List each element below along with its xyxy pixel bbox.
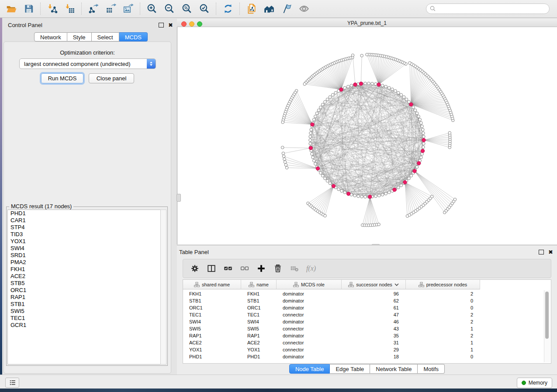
graph-node[interactable]: [314, 162, 317, 165]
mcds-result-item[interactable]: STB1: [8, 301, 161, 308]
zoom-in-button[interactable]: [143, 1, 161, 16]
table-cell[interactable]: PHD1: [183, 353, 241, 360]
table-cell[interactable]: YOX1: [183, 346, 241, 353]
mcds-hub-node[interactable]: [311, 123, 314, 126]
table-row[interactable]: FKH1FKH1dominator962: [183, 290, 480, 297]
mcds-result-item[interactable]: TEC1: [8, 315, 161, 322]
network-file-button[interactable]: [243, 1, 260, 16]
table-row[interactable]: TEC1TEC1connector472: [183, 311, 480, 318]
graph-node[interactable]: [378, 194, 381, 197]
table-row[interactable]: SWI4SWI4dominator462: [183, 318, 480, 325]
table-cell[interactable]: STB1: [183, 297, 241, 304]
table-cell[interactable]: 2: [406, 311, 480, 318]
graph-node[interactable]: [334, 91, 337, 94]
graph-node[interactable]: [357, 195, 360, 198]
mcds-result-item[interactable]: PHD1: [8, 210, 161, 217]
graph-node[interactable]: [394, 89, 397, 93]
graph-node[interactable]: [329, 182, 332, 185]
graph-node[interactable]: [367, 82, 370, 85]
zoom-fit-button[interactable]: [178, 1, 196, 16]
graph-node[interactable]: [408, 177, 411, 180]
graph-node[interactable]: [353, 194, 356, 197]
table-cell[interactable]: RAP1: [241, 332, 277, 339]
graph-node[interactable]: [415, 112, 419, 115]
table-cell[interactable]: SWI5: [183, 325, 241, 332]
table-cell[interactable]: 1: [406, 325, 480, 332]
graph-node[interactable]: [415, 165, 419, 168]
graph-node[interactable]: [310, 128, 313, 131]
graph-node[interactable]: [414, 109, 417, 112]
graph-node[interactable]: [360, 195, 363, 198]
table-cell[interactable]: 46: [342, 318, 406, 325]
delete-table-button[interactable]: [286, 261, 303, 276]
table-cell[interactable]: 1: [406, 346, 480, 353]
mcds-result-list[interactable]: PHD1CAR1STP4TID3YOX1SWI4SRD1PMA2FKH1ACE2…: [7, 210, 161, 364]
graph-satellite-node[interactable]: [448, 131, 451, 134]
table-row[interactable]: STB1STB1dominator620: [183, 297, 480, 304]
mcds-result-item[interactable]: TID3: [8, 231, 161, 238]
mcds-hub-node[interactable]: [377, 83, 381, 86]
network-window-titlebar[interactable]: YPA_prune.txt_1: [177, 19, 557, 27]
table-cell[interactable]: 29: [342, 346, 406, 353]
graph-satellite-node[interactable]: [453, 198, 457, 201]
graph-node[interactable]: [391, 88, 394, 91]
graph-node[interactable]: [422, 128, 425, 131]
tab-edge-table[interactable]: Edge Table: [330, 364, 370, 374]
table-row[interactable]: ORC1ORC1dominator610: [183, 304, 480, 311]
table-cell[interactable]: connector: [277, 339, 342, 346]
mcds-hub-node[interactable]: [359, 82, 363, 86]
graph-node[interactable]: [343, 86, 346, 89]
graph-node[interactable]: [400, 93, 403, 96]
graph-satellite-node[interactable]: [284, 163, 287, 166]
node-table[interactable]: shared namenameMCDS rolesuccessor nodesp…: [183, 279, 551, 364]
mcds-result-item[interactable]: SWI5: [8, 308, 161, 315]
table-cell[interactable]: 0: [406, 297, 480, 304]
table-cell[interactable]: dominator: [277, 290, 342, 297]
graph-node[interactable]: [313, 159, 316, 162]
mcds-hub-node[interactable]: [409, 103, 413, 106]
table-cell[interactable]: connector: [277, 346, 342, 353]
graph-node[interactable]: [321, 174, 324, 177]
graph-node[interactable]: [417, 115, 420, 118]
select-all-button[interactable]: [220, 261, 236, 276]
table-scrollbar-thumb[interactable]: [545, 292, 549, 339]
export-image-button[interactable]: [120, 1, 137, 16]
graph-satellite-node[interactable]: [285, 166, 288, 169]
search-input[interactable]: [426, 3, 550, 14]
mcds-hub-node[interactable]: [403, 180, 407, 184]
graph-node[interactable]: [319, 172, 322, 175]
graph-node[interactable]: [309, 142, 312, 145]
tab-node-table[interactable]: Node Table: [289, 364, 330, 374]
graph-node[interactable]: [337, 188, 340, 191]
table-cell[interactable]: connector: [277, 325, 342, 332]
table-cell[interactable]: RAP1: [183, 332, 241, 339]
table-cell[interactable]: 62: [342, 297, 406, 304]
graph-node[interactable]: [374, 83, 377, 86]
mcds-list-scrollbar[interactable]: [160, 210, 166, 364]
graph-node[interactable]: [314, 115, 317, 118]
graph-node[interactable]: [397, 91, 400, 94]
graph-node[interactable]: [412, 106, 415, 109]
mcds-hub-node[interactable]: [339, 88, 343, 91]
left-splitter-handle[interactable]: [176, 194, 181, 202]
add-column-button[interactable]: [253, 261, 270, 276]
graph-satellite-node[interactable]: [281, 146, 284, 149]
table-cell[interactable]: 2: [406, 318, 480, 325]
table-cell[interactable]: 18: [342, 353, 406, 360]
mcds-result-item[interactable]: RAP1: [8, 294, 161, 301]
mcds-hub-node[interactable]: [421, 149, 424, 153]
mcds-hub-node[interactable]: [417, 162, 421, 165]
import-network-button[interactable]: [44, 1, 61, 16]
graph-node[interactable]: [387, 191, 391, 194]
graph-node[interactable]: [422, 146, 425, 149]
graph-satellite-node[interactable]: [377, 223, 381, 226]
mcds-result-item[interactable]: ORC1: [8, 287, 161, 294]
graph-node[interactable]: [371, 82, 374, 85]
mcds-hub-node[interactable]: [309, 146, 312, 150]
graph-node[interactable]: [420, 121, 423, 124]
mcds-hub-node[interactable]: [353, 83, 357, 86]
graph-satellite-node[interactable]: [408, 62, 412, 65]
mcds-result-item[interactable]: ACE2: [8, 273, 161, 280]
graph-node[interactable]: [419, 118, 422, 121]
graph-node[interactable]: [381, 193, 384, 196]
